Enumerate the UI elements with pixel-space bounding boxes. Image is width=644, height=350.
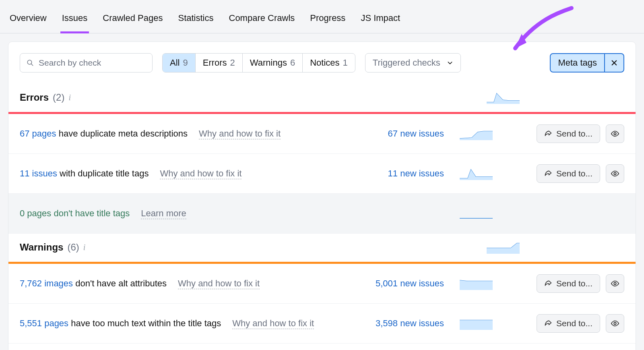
nav-tabs: Overview Issues Crawled Pages Statistics… (0, 0, 644, 33)
seg-notices[interactable]: Notices 1 (303, 54, 355, 72)
seg-warnings-label: Warnings (250, 58, 287, 68)
tab-progress[interactable]: Progress (308, 7, 347, 33)
send-to-label: Send to... (556, 319, 592, 328)
new-issues-link[interactable]: 3,598 new issues (363, 318, 444, 329)
seg-warnings-count: 6 (290, 58, 295, 68)
issue-count-link: 0 pages (20, 208, 51, 218)
new-issues-link[interactable]: 11 new issues (363, 168, 444, 179)
send-to-button[interactable]: Send to... (537, 164, 600, 183)
triggered-checks-dropdown[interactable]: Triggered checks (365, 53, 461, 72)
issue-row: 67 pages have duplicate meta description… (8, 114, 636, 154)
send-to-button[interactable]: Send to... (537, 274, 600, 293)
issue-text: have duplicate meta descriptions (59, 128, 188, 139)
issue-row: 129 pages have duplicate H1 and title ta… (8, 344, 636, 350)
svg-marker-5 (460, 131, 493, 140)
svg-line-1 (31, 64, 33, 65)
errors-sparkline (487, 91, 520, 104)
svg-marker-11 (460, 280, 493, 290)
issue-text: with duplicate title tags (60, 168, 149, 178)
issue-count-link[interactable]: 5,551 pages (20, 318, 68, 328)
share-arrow-icon (544, 130, 552, 138)
tab-issues[interactable]: Issues (60, 7, 89, 33)
filter-chip-remove[interactable] (604, 54, 623, 72)
seg-all-label: All (170, 58, 180, 68)
seg-all-count: 9 (183, 58, 188, 68)
seg-errors-label: Errors (203, 58, 227, 68)
send-to-label: Send to... (556, 169, 592, 178)
tab-overview[interactable]: Overview (8, 7, 48, 33)
issue-row: 5,551 pages have too much text within th… (8, 304, 636, 344)
row-sparkline (458, 167, 495, 180)
row-sparkline (458, 207, 495, 220)
tab-compare-crawls[interactable]: Compare Crawls (227, 7, 297, 33)
new-issues-link[interactable]: 67 new issues (363, 128, 444, 139)
send-to-button[interactable]: Send to... (537, 124, 600, 143)
section-header-warnings: Warnings (6) i (8, 234, 636, 262)
row-actions: Send to... (537, 124, 624, 143)
issue-count-link[interactable]: 11 issues (20, 168, 57, 178)
search-input[interactable] (39, 58, 146, 68)
filter-segments: All 9 Errors 2 Warnings 6 Notices 1 (162, 53, 355, 72)
issues-panel: All 9 Errors 2 Warnings 6 Notices 1 Trig… (8, 41, 636, 350)
send-to-label: Send to... (556, 129, 592, 139)
issue-row: 7,762 images don't have alt attributes W… (8, 264, 636, 304)
issue-desc: 5,551 pages have too much text within th… (20, 318, 354, 329)
why-and-how-link[interactable]: Why and how to fix it (178, 278, 260, 289)
why-and-how-link[interactable]: Why and how to fix it (232, 318, 314, 329)
tab-js-impact[interactable]: JS Impact (359, 7, 402, 33)
new-issues-link[interactable]: 5,001 new issues (363, 278, 444, 289)
issue-count-link[interactable]: 7,762 images (20, 278, 73, 288)
share-arrow-icon (544, 170, 552, 178)
filter-chip-meta-tags: Meta tags (550, 53, 624, 72)
seg-notices-label: Notices (310, 58, 339, 68)
learn-more-link[interactable]: Learn more (141, 208, 186, 219)
row-sparkline (458, 317, 495, 330)
send-to-label: Send to... (556, 279, 592, 288)
eye-icon (611, 279, 619, 288)
triggered-checks-label: Triggered checks (373, 58, 440, 68)
issue-desc: 0 pages don't have title tags Learn more (20, 208, 354, 219)
info-icon[interactable]: i (83, 243, 86, 252)
svg-marker-13 (460, 320, 493, 330)
errors-title: Errors (20, 92, 49, 103)
tab-statistics[interactable]: Statistics (176, 7, 215, 33)
seg-notices-count: 1 (343, 58, 348, 68)
eye-icon (611, 129, 619, 138)
tab-crawled-pages[interactable]: Crawled Pages (101, 7, 164, 33)
toolbar: All 9 Errors 2 Warnings 6 Notices 1 Trig… (8, 42, 636, 84)
seg-errors[interactable]: Errors 2 (196, 54, 243, 72)
send-to-button[interactable]: Send to... (537, 314, 600, 333)
eye-icon (611, 169, 619, 178)
warnings-sparkline (487, 241, 520, 254)
issue-row: 0 pages don't have title tags Learn more (8, 194, 636, 234)
row-actions: Send to... (537, 314, 624, 333)
row-sparkline (458, 127, 495, 140)
chevron-down-icon (447, 60, 453, 66)
svg-point-12 (614, 282, 616, 285)
svg-marker-4 (487, 93, 520, 104)
svg-point-8 (614, 172, 616, 175)
warnings-count: (6) (67, 242, 79, 253)
hide-button[interactable] (606, 274, 624, 293)
search-input-wrapper[interactable] (20, 53, 153, 72)
seg-all[interactable]: All 9 (163, 54, 196, 72)
issue-text: don't have alt attributes (75, 278, 167, 288)
search-icon (27, 59, 34, 67)
issue-row: 11 issues with duplicate title tags Why … (8, 154, 636, 194)
why-and-how-link[interactable]: Why and how to fix it (199, 128, 281, 139)
warnings-title: Warnings (20, 242, 63, 253)
filter-chip-label: Meta tags (551, 54, 604, 72)
hide-button[interactable] (606, 124, 624, 143)
seg-warnings[interactable]: Warnings 6 (243, 54, 303, 72)
row-sparkline (458, 277, 495, 290)
issue-desc: 7,762 images don't have alt attributes W… (20, 278, 354, 289)
hide-button[interactable] (606, 164, 624, 183)
why-and-how-link[interactable]: Why and how to fix it (160, 168, 242, 179)
info-icon[interactable]: i (68, 93, 71, 102)
share-arrow-icon (544, 319, 552, 327)
close-icon (611, 59, 618, 66)
errors-count: (2) (53, 92, 64, 103)
issue-text: don't have title tags (54, 208, 130, 218)
issue-count-link[interactable]: 67 pages (20, 128, 56, 139)
hide-button[interactable] (606, 314, 624, 333)
